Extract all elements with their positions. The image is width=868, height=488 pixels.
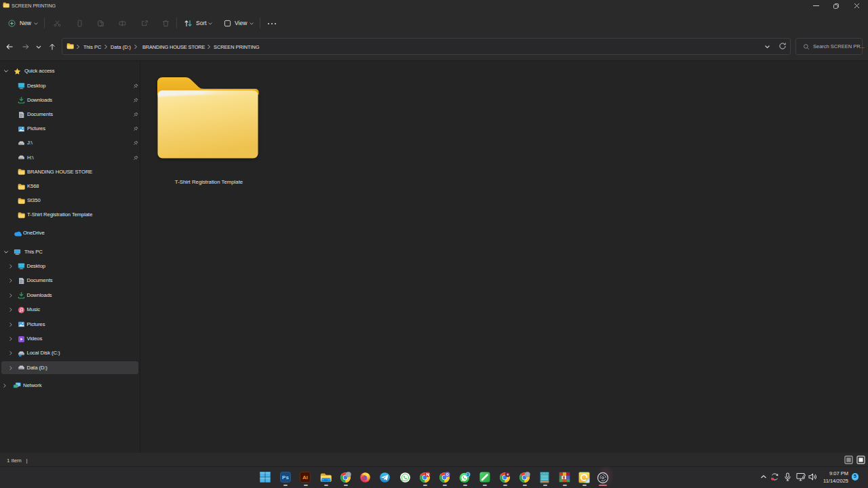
svg-text:Ps: Ps (282, 474, 289, 481)
svg-text:3: 3 (467, 472, 469, 476)
svg-text:Ai: Ai (302, 474, 308, 481)
